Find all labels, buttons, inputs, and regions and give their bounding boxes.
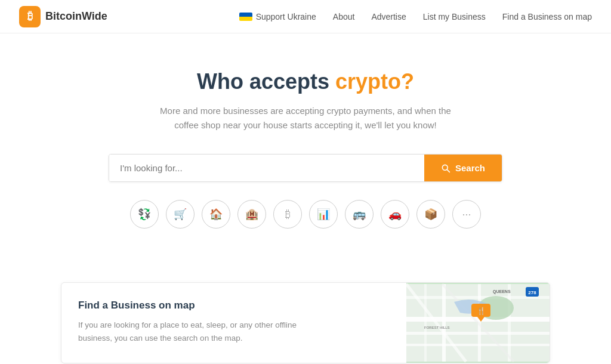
category-btn-exchange[interactable]: 💱 bbox=[130, 200, 159, 229]
logo[interactable]: ₿ BitcoinWide bbox=[19, 6, 107, 27]
category-btn-finance[interactable]: 📊 bbox=[309, 200, 338, 229]
category-btn-hotel[interactable]: 🏨 bbox=[237, 200, 266, 229]
nav-find-map[interactable]: Find a Business on map bbox=[502, 12, 592, 21]
header: ₿ BitcoinWide Support Ukraine About Adve… bbox=[0, 0, 611, 33]
category-btn-shopping[interactable]: 🛒 bbox=[166, 200, 195, 229]
ukraine-flag-icon bbox=[239, 13, 252, 21]
hero-title: Who accepts crypto? bbox=[197, 69, 414, 94]
svg-text:FOREST HILLS: FOREST HILLS bbox=[424, 326, 450, 329]
category-btn-transport[interactable]: 🚌 bbox=[345, 200, 374, 229]
map-image-svg: QUEENS FOREST HILLS 🍴 278 bbox=[406, 283, 550, 363]
nav-support-ukraine[interactable]: Support Ukraine bbox=[239, 12, 316, 21]
logo-text: BitcoinWide bbox=[45, 10, 107, 23]
nav-about[interactable]: About bbox=[333, 12, 355, 21]
svg-line-1 bbox=[447, 169, 449, 172]
nav-advertise[interactable]: Advertise bbox=[371, 12, 406, 21]
svg-rect-7 bbox=[442, 284, 446, 362]
search-button[interactable]: Search bbox=[424, 155, 502, 181]
nav-list-business[interactable]: List my Business bbox=[423, 12, 486, 21]
category-btn-other[interactable]: 📦 bbox=[416, 200, 445, 229]
svg-text:278: 278 bbox=[528, 290, 536, 295]
map-card-title: Find a Business on map bbox=[78, 300, 390, 311]
map-card-info: Find a Business on map If you are lookin… bbox=[61, 283, 406, 363]
svg-rect-10 bbox=[424, 284, 427, 362]
category-btn-real-estate[interactable]: 🏠 bbox=[202, 200, 230, 229]
svg-rect-9 bbox=[508, 284, 511, 362]
svg-text:🍴: 🍴 bbox=[477, 306, 486, 315]
category-btn-bitcoin-atm[interactable]: ₿ bbox=[273, 200, 302, 229]
logo-icon: ₿ bbox=[19, 6, 41, 27]
map-card: Find a Business on map If you are lookin… bbox=[61, 282, 550, 363]
search-icon bbox=[441, 164, 450, 173]
main-nav: Support Ukraine About Advertise List my … bbox=[239, 12, 592, 21]
search-input[interactable] bbox=[109, 155, 424, 181]
map-section: Find a Business on map If you are lookin… bbox=[49, 282, 562, 363]
map-card-description: If you are looking for a place to eat, s… bbox=[78, 319, 305, 344]
category-list: 💱🛒🏠🏨₿📊🚌🚗📦··· bbox=[130, 200, 481, 229]
svg-text:QUEENS: QUEENS bbox=[493, 289, 511, 294]
map-card-image[interactable]: QUEENS FOREST HILLS 🍴 278 bbox=[406, 283, 550, 363]
category-btn-automotive[interactable]: 🚗 bbox=[381, 200, 409, 229]
search-bar: Search bbox=[109, 154, 502, 182]
category-btn-more[interactable]: ··· bbox=[452, 200, 481, 229]
hero-subtitle: More and more businesses are accepting c… bbox=[150, 104, 461, 132]
hero-section: Who accepts crypto? More and more busine… bbox=[0, 33, 611, 282]
